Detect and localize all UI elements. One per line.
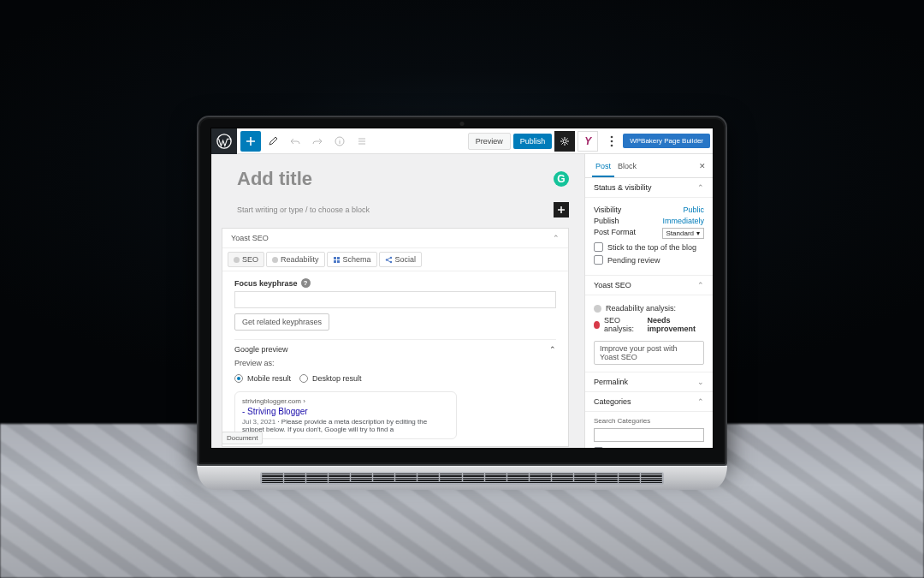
yoast-tab-schema[interactable]: Schema <box>327 252 377 267</box>
svg-point-11 <box>389 256 391 258</box>
snippet-date: Jul 3, 2021 <box>242 418 275 426</box>
redo-icon[interactable] <box>307 131 328 152</box>
svg-point-12 <box>389 260 391 262</box>
edit-mode-icon[interactable] <box>263 131 283 152</box>
laptop: Preview Publish Y WPBakery Page Builder … <box>197 116 727 490</box>
chevron-up-icon: ⌃ <box>549 345 556 354</box>
publish-label: Publish <box>594 217 619 225</box>
add-block-button[interactable] <box>240 131 261 152</box>
undo-icon[interactable] <box>285 131 305 152</box>
laptop-bezel: Preview Publish Y WPBakery Page Builder … <box>197 116 727 466</box>
yoast-tab-social[interactable]: Social <box>379 252 423 267</box>
category-blogging[interactable]: Blogging <box>594 447 704 448</box>
desktop-result-radio[interactable]: Desktop result <box>299 374 362 383</box>
publish-value[interactable]: Immediately <box>662 217 704 225</box>
yoast-metabox-header[interactable]: Yoast SEO ⌃ <box>222 229 568 248</box>
sidebar-tab-post[interactable]: Post <box>592 154 614 177</box>
improve-post-button[interactable]: Improve your post with Yoast SEO <box>594 341 704 365</box>
focus-keyphrase-label: Focus keyphrase ? <box>234 278 556 288</box>
wpbakery-button[interactable]: WPBakery Page Builder <box>623 134 710 148</box>
more-options-icon[interactable] <box>601 131 622 152</box>
yoast-metabox: Yoast SEO ⌃ SEO Readability Schema <box>222 228 569 447</box>
related-keyphrases-button[interactable]: Get related keyphrases <box>234 313 329 331</box>
post-title-input[interactable]: Add title <box>237 168 554 190</box>
visibility-value[interactable]: Public <box>683 206 704 214</box>
outline-icon[interactable] <box>352 131 372 152</box>
pending-review-checkbox[interactable]: Pending review <box>594 255 704 265</box>
search-categories-label: Search Categories <box>594 417 704 425</box>
yoast-tab-readability[interactable]: Readability <box>266 252 325 267</box>
mobile-result-radio[interactable]: Mobile result <box>234 374 291 383</box>
webcam-dot <box>460 122 465 126</box>
google-preview-header[interactable]: Google preview ⌃ <box>234 339 556 359</box>
wordpress-logo[interactable] <box>211 128 237 154</box>
laptop-base <box>197 466 727 490</box>
yoast-toolbar-button[interactable]: Y <box>578 131 598 152</box>
settings-sidebar: Post Block ✕ Status & visibility⌃ Visibi… <box>584 154 713 448</box>
publish-button[interactable]: Publish <box>513 134 553 149</box>
snippet-domain: strivingblogger.com › <box>242 397 449 405</box>
close-sidebar-icon[interactable]: ✕ <box>699 162 706 170</box>
svg-point-2 <box>563 140 566 143</box>
paragraph-placeholder[interactable]: Start writing or type / to choose a bloc… <box>237 206 370 214</box>
yoast-tab-seo[interactable]: SEO <box>228 252 264 267</box>
categories-header[interactable]: Categories⌃ <box>585 392 713 412</box>
sidebar-tab-block[interactable]: Block <box>614 154 640 177</box>
permalink-header[interactable]: Permalink⌄ <box>585 372 713 392</box>
inline-add-block-button[interactable] <box>554 202 569 217</box>
help-icon[interactable]: ? <box>301 278 311 288</box>
post-format-label: Post Format <box>594 228 636 239</box>
chevron-up-icon: ⌃ <box>553 234 560 242</box>
status-visibility-header[interactable]: Status & visibility⌃ <box>585 178 713 198</box>
editor-topbar: Preview Publish Y WPBakery Page Builder <box>211 128 713 154</box>
settings-gear-button[interactable] <box>554 131 575 152</box>
svg-rect-7 <box>337 257 340 259</box>
sidebar-yoast-header[interactable]: Yoast SEO⌃ <box>585 276 713 295</box>
svg-point-5 <box>611 144 613 146</box>
preview-button[interactable]: Preview <box>468 133 511 150</box>
snippet-title: - Striving Blogger <box>242 407 449 416</box>
document-panel-button[interactable]: Document <box>222 432 263 444</box>
post-format-select[interactable]: Standard▾ <box>662 228 704 239</box>
focus-keyphrase-input[interactable] <box>234 291 556 308</box>
grammarly-icon[interactable]: G <box>554 171 569 187</box>
svg-point-4 <box>611 140 613 142</box>
seo-analysis-row[interactable]: SEO analysis: Needs improvement <box>594 316 704 333</box>
keyboard <box>260 472 663 485</box>
editor-canvas: Add title G Start writing or type / to c… <box>211 154 584 448</box>
google-snippet-preview: strivingblogger.com › - Striving Blogger… <box>234 391 457 439</box>
svg-rect-8 <box>334 260 336 263</box>
visibility-label: Visibility <box>594 206 621 214</box>
wordpress-editor-screen: Preview Publish Y WPBakery Page Builder … <box>210 128 714 449</box>
svg-rect-9 <box>337 260 340 263</box>
stick-to-top-checkbox[interactable]: Stick to the top of the blog <box>594 242 704 252</box>
svg-point-3 <box>611 135 613 138</box>
svg-rect-6 <box>334 257 336 259</box>
yoast-tabs: SEO Readability Schema Social <box>222 248 568 271</box>
info-icon[interactable] <box>329 131 350 152</box>
readability-analysis-row[interactable]: Readability analysis: <box>594 304 704 313</box>
preview-as-label: Preview as: <box>234 359 556 367</box>
search-categories-input[interactable] <box>594 428 704 442</box>
